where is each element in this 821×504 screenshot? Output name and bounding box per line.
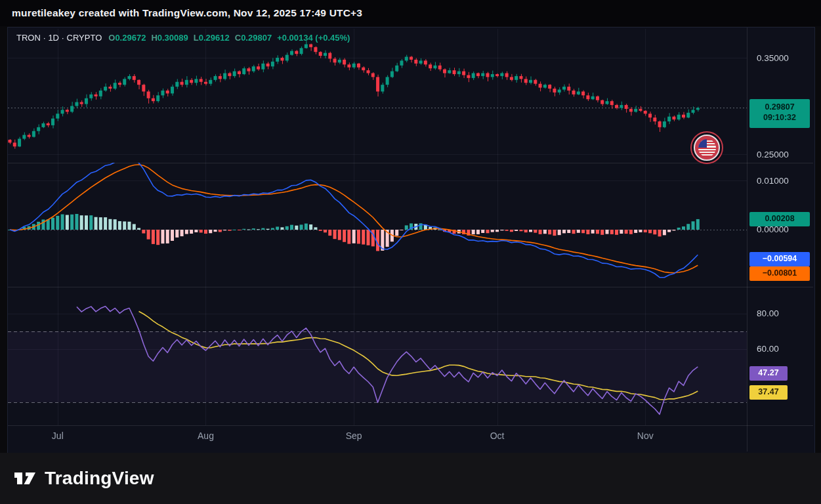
macd-signal-badge: −0.00801	[749, 266, 810, 281]
macd-hist-badge: 0.00208	[749, 212, 810, 226]
chart-container: TRON · 1D · CRYPTOO0.29672H0.30089L0.296…	[7, 27, 815, 453]
close-label: C	[235, 33, 241, 43]
watermark-text: muretileakey created with TradingView.co…	[12, 7, 362, 19]
chart-canvas[interactable]	[8, 28, 813, 452]
rsi-value-badge: 47.27	[749, 366, 788, 381]
tradingview-screenshot: muretileakey created with TradingView.co…	[0, 0, 821, 504]
last-price-value: 0.29807	[749, 102, 810, 113]
rsi-tick-80[interactable]: 80.00	[757, 308, 779, 318]
bar-countdown: 09:10:32	[749, 113, 810, 123]
rsi-tick-60[interactable]: 60.00	[757, 344, 779, 354]
time-axis-label: Nov	[637, 430, 654, 441]
time-axis[interactable]: JulAugSepOctNov	[8, 425, 747, 452]
open-label: O	[108, 33, 115, 43]
last-price-badge: 0.29807 09:10:32	[749, 99, 810, 128]
change-value: +0.00134 (+0.45%)	[277, 33, 350, 43]
time-axis-label: Aug	[198, 430, 214, 441]
price-tick-0.25[interactable]: 0.25000	[757, 150, 789, 159]
macd-tick-0.01[interactable]: 0.01000	[757, 176, 789, 186]
low-label: L	[194, 33, 199, 43]
time-axis-label: Sep	[346, 430, 362, 441]
watermark-bar: muretileakey created with TradingView.co…	[0, 0, 821, 26]
macd-line-badge: −0.00594	[749, 252, 810, 266]
close-value: 0.29807	[241, 33, 272, 43]
flag-canton	[698, 139, 707, 148]
time-axis-label: Oct	[490, 430, 505, 441]
price-tick-0.35[interactable]: 0.35000	[757, 53, 789, 63]
chart-legend[interactable]: TRON · 1D · CRYPTOO0.29672H0.30089L0.296…	[16, 33, 350, 43]
low-value: 0.29612	[199, 33, 230, 43]
tradingview-logo-text[interactable]: TradingView	[45, 468, 154, 489]
tradingview-logo-icon[interactable]	[12, 467, 38, 490]
rsi-ma-badge: 37.47	[749, 385, 788, 400]
high-value: 0.30089	[158, 33, 188, 43]
flag-ring	[694, 135, 720, 161]
flag-stripes	[698, 139, 716, 157]
high-label: H	[151, 33, 157, 43]
symbol-title: TRON · 1D · CRYPTO	[16, 33, 102, 43]
us-flag-event-icon[interactable]	[690, 131, 723, 164]
time-axis-label: Jul	[52, 430, 64, 441]
footer: TradingView	[0, 453, 821, 504]
open-value: 0.29672	[115, 33, 146, 43]
